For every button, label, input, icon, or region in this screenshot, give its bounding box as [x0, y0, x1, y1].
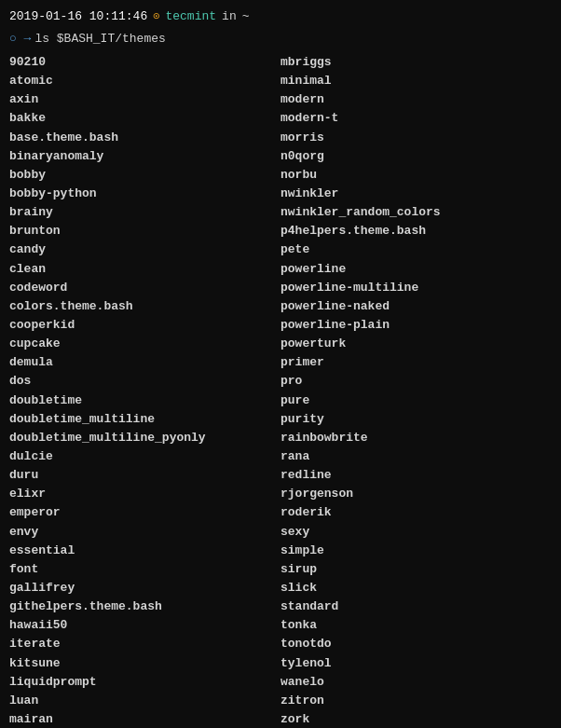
- theme-item: brunton: [9, 222, 280, 240]
- theme-item: tylenol: [280, 654, 552, 673]
- theme-item: tonotdo: [280, 635, 552, 653]
- theme-item: modern: [280, 90, 552, 109]
- theme-item: bobby: [9, 166, 280, 185]
- theme-item: powerline: [280, 260, 552, 279]
- path1: ~: [242, 7, 250, 26]
- theme-item: rana: [280, 447, 552, 466]
- theme-item: minimal: [280, 72, 552, 90]
- theme-item: brainy: [9, 203, 280, 222]
- terminal-window: 2019-01-16 10:11:46 ⊙ tecmint in ~ ○ → l…: [9, 7, 552, 728]
- theme-item: powerline-plain: [280, 316, 552, 335]
- theme-item: bobby-python: [9, 185, 280, 203]
- clock-icon1: ⊙: [153, 8, 159, 25]
- timestamp1: 2019-01-16 10:11:46: [9, 7, 147, 26]
- theme-item: kitsune: [9, 654, 280, 673]
- theme-item: modern-t: [280, 109, 552, 128]
- command-text: ls $BASH_IT/themes: [34, 30, 165, 48]
- theme-item: doubletime_multiline: [9, 410, 280, 429]
- theme-item: powerline-multiline: [280, 279, 552, 297]
- theme-item: doubletime_multiline_pyonly: [9, 429, 280, 447]
- theme-item: nwinkler: [280, 185, 552, 203]
- theme-item: clean: [9, 260, 280, 279]
- theme-item: bakke: [9, 109, 280, 128]
- username1: tecmint: [165, 7, 216, 26]
- theme-item: iterate: [9, 635, 280, 653]
- theme-item: sexy: [280, 523, 552, 542]
- theme-item: cooperkid: [9, 316, 280, 335]
- theme-item: zork: [280, 710, 552, 728]
- theme-item: essential: [9, 542, 280, 560]
- theme-item: rainbowbrite: [280, 429, 552, 447]
- theme-item: axin: [9, 90, 280, 109]
- theme-item: dulcie: [9, 447, 280, 466]
- theme-item: duru: [9, 466, 280, 485]
- theme-item: rjorgenson: [280, 485, 552, 503]
- theme-item: sirup: [280, 560, 552, 579]
- theme-item: base.theme.bash: [9, 129, 280, 147]
- theme-item: 90210: [9, 53, 280, 72]
- theme-item: zitron: [280, 692, 552, 710]
- theme-item: emperor: [9, 503, 280, 522]
- theme-item: primer: [280, 353, 552, 372]
- theme-item: mairan: [9, 710, 280, 728]
- theme-item: dos: [9, 372, 280, 391]
- theme-item: nwinkler_random_colors: [280, 203, 552, 222]
- theme-item: doubletime: [9, 391, 280, 410]
- separator1: in: [222, 7, 237, 26]
- theme-item: demula: [9, 353, 280, 372]
- theme-item: pro: [280, 372, 552, 391]
- theme-item: powerturk: [280, 335, 552, 353]
- theme-item: githelpers.theme.bash: [9, 598, 280, 616]
- theme-item: purity: [280, 410, 552, 429]
- theme-item: binaryanomaly: [9, 147, 280, 166]
- theme-item: hawaii50: [9, 616, 280, 635]
- theme-item: standard: [280, 598, 552, 616]
- theme-item: envy: [9, 523, 280, 542]
- theme-item: mbriggs: [280, 53, 552, 72]
- theme-list: 90210mbriggsatomicminimalaxinmodernbakke…: [9, 53, 552, 728]
- theme-item: powerline-naked: [280, 297, 552, 316]
- theme-item: luan: [9, 692, 280, 710]
- theme-item: font: [9, 560, 280, 579]
- theme-item: cupcake: [9, 335, 280, 353]
- theme-item: colors.theme.bash: [9, 297, 280, 316]
- theme-item: n0qorg: [280, 147, 552, 166]
- theme-item: atomic: [9, 72, 280, 90]
- theme-item: codeword: [9, 279, 280, 297]
- theme-item: candy: [9, 240, 280, 259]
- theme-item: morris: [280, 129, 552, 147]
- top-header: 2019-01-16 10:11:46 ⊙ tecmint in ~: [9, 7, 552, 26]
- theme-item: wanelo: [280, 673, 552, 692]
- theme-item: tonka: [280, 616, 552, 635]
- theme-item: pure: [280, 391, 552, 410]
- theme-item: slick: [280, 579, 552, 598]
- theme-item: simple: [280, 542, 552, 560]
- prompt-arrow: ○ →: [9, 30, 31, 48]
- theme-item: pete: [280, 240, 552, 259]
- theme-item: redline: [280, 466, 552, 485]
- theme-item: liquidprompt: [9, 673, 280, 692]
- command-line: ○ → ls $BASH_IT/themes: [9, 30, 552, 48]
- theme-item: roderik: [280, 503, 552, 522]
- theme-item: gallifrey: [9, 579, 280, 598]
- theme-item: norbu: [280, 166, 552, 185]
- theme-item: elixr: [9, 485, 280, 503]
- theme-item: p4helpers.theme.bash: [280, 222, 552, 240]
